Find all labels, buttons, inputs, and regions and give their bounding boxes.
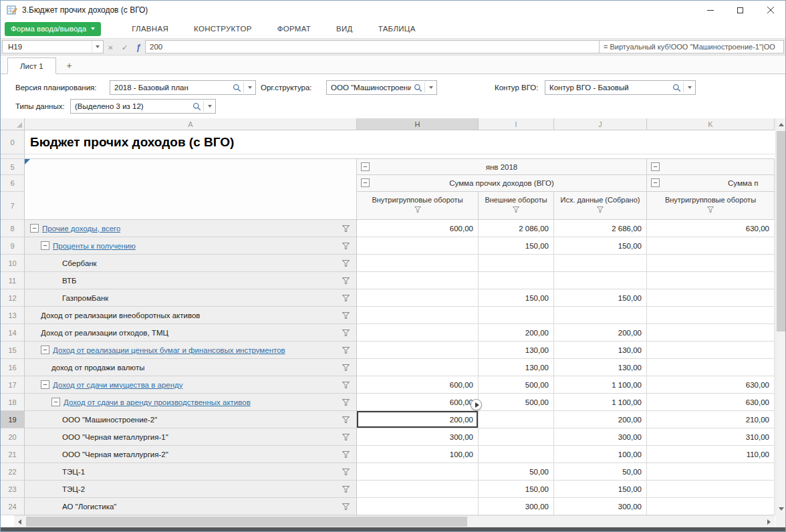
org-filter[interactable]: ООО "Машиностроение-1" — [326, 80, 437, 95]
cell-I17[interactable]: 500,00 — [479, 376, 554, 394]
filter-icon[interactable] — [342, 399, 350, 406]
row-label-link[interactable]: Доход от сдачи имущества в аренду — [53, 381, 183, 389]
cell-H15[interactable] — [357, 342, 479, 359]
row-number[interactable]: 13 — [1, 307, 25, 324]
cell-K12[interactable] — [647, 289, 775, 307]
vertical-scroll-thumb[interactable] — [777, 131, 786, 331]
row-label-link[interactable]: Проценты к получению — [53, 242, 136, 250]
cell-K9[interactable] — [647, 237, 775, 255]
subheader-cell[interactable]: Внутригрупповые обороты — [357, 192, 479, 220]
row-number[interactable]: 12 — [1, 289, 25, 307]
row-number[interactable]: 0 — [1, 130, 25, 154]
row-label-link[interactable]: Доход от сдачи в аренду производственных… — [63, 398, 251, 406]
cell-H14[interactable] — [357, 324, 479, 342]
cell-J21[interactable]: 100,00 — [554, 446, 647, 463]
row-label-cell[interactable]: Доход от сдачи имущества в аренду — [25, 376, 357, 394]
cell-H24[interactable] — [357, 498, 479, 515]
row-number[interactable]: 23 — [1, 481, 25, 498]
row-number[interactable]: 11 — [1, 272, 25, 289]
filter-icon[interactable] — [597, 207, 604, 213]
tab-glavnaya[interactable]: ГЛАВНАЯ — [132, 25, 168, 33]
sheet-tab-list1[interactable]: Лист 1 — [7, 57, 56, 74]
types-filter[interactable]: (Выделено 3 из 12) — [70, 99, 216, 114]
cell-J19[interactable]: 200,00 — [554, 411, 647, 428]
tab-vid[interactable]: ВИД — [336, 25, 353, 33]
filter-icon[interactable] — [342, 243, 350, 249]
row-number[interactable]: 10 — [1, 255, 25, 272]
row-number[interactable]: 20 — [1, 428, 25, 446]
drill-button[interactable] — [471, 399, 482, 410]
name-box[interactable]: H19 — [2, 40, 104, 53]
cell-K22[interactable] — [647, 463, 775, 481]
row-label-cell[interactable]: Проценты к получению — [25, 237, 357, 255]
row-label-cell[interactable]: ООО "Черная металлургия-1" — [25, 428, 357, 446]
row-label-cell[interactable]: Доход от сдачи в аренду производственных… — [25, 394, 357, 411]
cell-I11[interactable] — [479, 272, 554, 289]
row-label-link[interactable]: Прочие доходы, всего — [42, 225, 120, 233]
row-label-cell[interactable]: ООО "Машиностроение-2" — [25, 411, 357, 428]
horizontal-scrollbar[interactable] — [14, 515, 775, 527]
cell-K10[interactable] — [647, 255, 775, 272]
column-header-i[interactable]: I — [479, 118, 554, 130]
cell-K16[interactable] — [647, 359, 775, 376]
filter-icon[interactable] — [342, 277, 350, 284]
cell-J15[interactable]: 130,00 — [554, 342, 647, 359]
cell-J8[interactable]: 2 686,00 — [554, 220, 647, 237]
cell-H8[interactable]: 600,00 — [357, 220, 479, 237]
cell-H10[interactable] — [357, 255, 479, 272]
cell-H16[interactable] — [357, 359, 479, 376]
cell-H11[interactable] — [357, 272, 479, 289]
collapse-icon[interactable] — [41, 241, 49, 250]
filter-icon[interactable] — [342, 451, 350, 458]
collapse-icon[interactable] — [41, 380, 49, 389]
cell-H13[interactable] — [357, 307, 479, 324]
cell-H22[interactable] — [357, 463, 479, 481]
report-title-cell[interactable]: Бюджет прочих доходов (с ВГО) — [25, 130, 775, 154]
row-label-cell[interactable]: Доход от реализации ценных бумаг и финан… — [25, 342, 357, 359]
row-label-cell[interactable]: ООО "Черная металлургия-2" — [25, 446, 357, 463]
row-number[interactable]: 14 — [1, 324, 25, 342]
measure-header-cell-next[interactable]: Сумма п — [647, 175, 775, 192]
row-number[interactable]: 6 — [1, 175, 25, 192]
vgo-filter[interactable]: Контур ВГО - Базовый — [545, 80, 696, 95]
subheader-cell[interactable]: Исх. данные (Собрано) — [554, 192, 647, 220]
minimize-button[interactable] — [695, 1, 725, 19]
scroll-down-button[interactable] — [776, 503, 786, 515]
dropdown-button[interactable] — [204, 105, 215, 108]
filter-icon[interactable] — [342, 434, 350, 440]
form-io-menu-button[interactable]: Форма ввода/вывода — [5, 22, 101, 36]
cell-K15[interactable] — [647, 342, 775, 359]
cell-H20[interactable]: 300,00 — [357, 428, 479, 446]
close-button[interactable] — [755, 1, 785, 19]
cell-I9[interactable]: 150,00 — [479, 237, 554, 255]
cell-I22[interactable]: 50,00 — [479, 463, 554, 481]
cancel-icon[interactable] — [108, 41, 113, 53]
add-sheet-button[interactable] — [67, 61, 72, 70]
vertical-scrollbar[interactable] — [775, 118, 786, 515]
select-all-corner[interactable] — [1, 118, 25, 130]
filter-icon[interactable] — [342, 416, 350, 423]
cell-I10[interactable] — [479, 255, 554, 272]
cell-J18[interactable]: 1 100,00 — [554, 394, 647, 411]
cell-K8[interactable]: 630,00 — [647, 220, 775, 237]
filter-icon[interactable] — [342, 225, 350, 232]
row-number[interactable]: 5 — [1, 159, 25, 175]
cell-I21[interactable] — [479, 446, 554, 463]
subheader-cell[interactable]: Внутригрупповые обороты — [647, 192, 775, 220]
collapse-icon[interactable] — [41, 346, 49, 354]
cell-I20[interactable] — [479, 428, 554, 446]
measure-header-cell[interactable]: Сумма прочих доходов (ВГО) — [357, 175, 647, 192]
formula-input[interactable]: 200 — [145, 40, 600, 53]
cell-I14[interactable]: 200,00 — [479, 324, 554, 342]
cell-J11[interactable] — [554, 272, 647, 289]
tab-tablitsa[interactable]: ТАБЛИЦА — [378, 25, 416, 33]
row-label-cell[interactable]: Доход от реализации отходов, ТМЦ — [25, 324, 357, 342]
filter-icon[interactable] — [342, 469, 350, 475]
cell-H23[interactable] — [357, 481, 479, 498]
cell-H18[interactable]: 600,00 — [357, 394, 479, 411]
dropdown-button[interactable] — [425, 86, 436, 89]
filter-icon[interactable] — [342, 486, 350, 493]
row-label-cell[interactable]: Доход от реализации внеоборотных активов — [25, 307, 357, 324]
cell-I19[interactable] — [479, 411, 554, 428]
tab-format[interactable]: ФОРМАТ — [277, 25, 311, 33]
